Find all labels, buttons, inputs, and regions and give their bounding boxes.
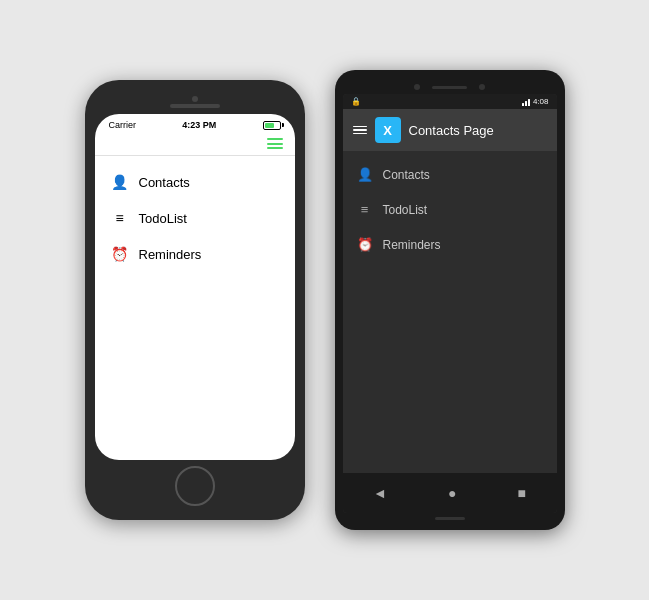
android-hamburger-line-1 xyxy=(353,126,367,128)
android-recents-button[interactable]: ■ xyxy=(507,481,535,505)
ios-nav-bar xyxy=(95,134,295,156)
ios-status-bar: Carrier 4:23 PM xyxy=(95,114,295,134)
android-hamburger-line-3 xyxy=(353,133,367,135)
battery-icon xyxy=(263,121,281,130)
ios-menu-list: 👤 Contacts ≡ TodoList ⏰ Reminders xyxy=(95,156,295,280)
android-bottom-bar xyxy=(343,513,557,522)
android-home-button[interactable]: ● xyxy=(438,481,466,505)
android-screen: 🔒 4:08 X Contacts Page xyxy=(343,94,557,513)
android-phone: 🔒 4:08 X Contacts Page xyxy=(335,70,565,530)
ios-menu-item-reminders[interactable]: ⏰ Reminders xyxy=(95,236,295,272)
ios-contacts-label: Contacts xyxy=(139,175,190,190)
android-app-title: Contacts Page xyxy=(409,123,494,138)
android-status-bar: 🔒 4:08 xyxy=(343,94,557,109)
android-speaker xyxy=(432,86,467,89)
ios-home-button[interactable] xyxy=(175,466,215,506)
android-nav-bar: ◄ ● ■ xyxy=(343,473,557,513)
hamburger-button[interactable] xyxy=(267,138,283,149)
android-lock-icon: 🔒 xyxy=(351,97,361,106)
ios-screen: Carrier 4:23 PM 👤 Contacts ≡ TodoLis xyxy=(95,114,295,460)
android-contacts-label: Contacts xyxy=(383,168,430,182)
android-reminders-icon: ⏰ xyxy=(357,237,373,252)
android-signal-icon xyxy=(522,98,530,106)
ios-time: 4:23 PM xyxy=(182,120,216,130)
android-menu-item-reminders[interactable]: ⏰ Reminders xyxy=(343,227,557,262)
ios-menu-item-todolist[interactable]: ≡ TodoList xyxy=(95,200,295,236)
android-app-bar: X Contacts Page xyxy=(343,109,557,151)
ios-phone: Carrier 4:23 PM 👤 Contacts ≡ TodoLis xyxy=(85,80,305,520)
android-app-icon-letter: X xyxy=(383,123,392,138)
android-menu-item-contacts[interactable]: 👤 Contacts xyxy=(343,157,557,192)
android-camera xyxy=(414,84,420,90)
android-status-right: 4:08 xyxy=(522,97,549,106)
android-hamburger-button[interactable] xyxy=(353,126,367,135)
ios-menu-item-contacts[interactable]: 👤 Contacts xyxy=(95,164,295,200)
android-hamburger-line-2 xyxy=(353,129,367,131)
ios-reminders-label: Reminders xyxy=(139,247,202,262)
ios-todolist-label: TodoList xyxy=(139,211,187,226)
android-back-button[interactable]: ◄ xyxy=(363,481,397,505)
ios-camera xyxy=(192,96,198,102)
android-bottom-indicator xyxy=(435,517,465,520)
hamburger-line-1 xyxy=(267,138,283,140)
hamburger-line-3 xyxy=(267,147,283,149)
android-menu-list: 👤 Contacts ≡ TodoList ⏰ Reminders xyxy=(343,151,557,268)
hamburger-line-2 xyxy=(267,143,283,145)
android-top-bar xyxy=(343,78,557,94)
android-app-icon: X xyxy=(375,117,401,143)
ios-carrier: Carrier xyxy=(109,120,137,130)
ios-status-right xyxy=(263,121,281,130)
android-menu-item-todolist[interactable]: ≡ TodoList xyxy=(343,192,557,227)
android-time: 4:08 xyxy=(533,97,549,106)
android-camera-2 xyxy=(479,84,485,90)
reminders-icon: ⏰ xyxy=(111,246,129,262)
android-todolist-label: TodoList xyxy=(383,203,428,217)
todolist-icon: ≡ xyxy=(111,210,129,226)
battery-fill xyxy=(265,123,275,128)
android-content-area xyxy=(343,268,557,473)
android-todolist-icon: ≡ xyxy=(357,202,373,217)
ios-speaker xyxy=(170,104,220,108)
contacts-icon: 👤 xyxy=(111,174,129,190)
android-reminders-label: Reminders xyxy=(383,238,441,252)
android-contacts-icon: 👤 xyxy=(357,167,373,182)
